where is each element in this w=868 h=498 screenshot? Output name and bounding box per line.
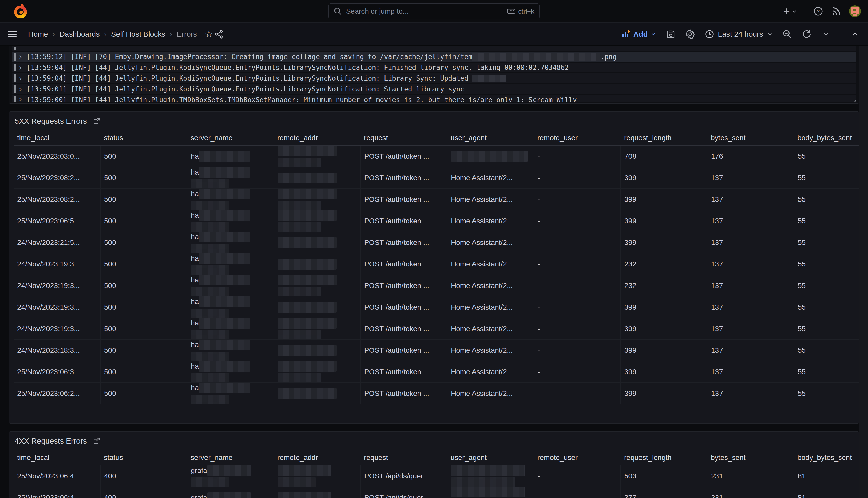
breadcrumb: Home › Dashboards › Self Host Blocks › E… (28, 30, 197, 39)
log-expand-chevron-icon[interactable]: › (18, 95, 23, 102)
column-header-remote_user[interactable]: remote_user (534, 454, 621, 462)
cell-status: 500 (100, 361, 187, 382)
table-row: 24/Nov/2023:21:5...500haPOST /auth/token… (14, 232, 859, 253)
share-button[interactable] (214, 28, 224, 40)
column-header-status[interactable]: status (100, 134, 187, 142)
redacted-blur (191, 265, 229, 275)
column-header-remote_addr[interactable]: remote_addr (274, 134, 361, 142)
cell-user_agent: Home Assistant/2... (447, 318, 534, 339)
redacted-blur (277, 287, 321, 297)
log-row[interactable] (12, 46, 856, 51)
table-4xx: time_localstatusserver_nameremote_addrre… (14, 450, 859, 498)
cell-remote_user: - (534, 340, 621, 361)
column-header-user_agent[interactable]: user_agent (447, 454, 534, 462)
log-rows: ›[13:59:12] [INF] [70] Emby.Drawing.Imag… (12, 46, 856, 102)
breadcrumb-self-host-blocks[interactable]: Self Host Blocks (111, 30, 165, 39)
redacted-blur (199, 232, 250, 242)
log-row[interactable]: ›[13:59:12] [INF] [70] Emby.Drawing.Imag… (12, 52, 856, 62)
panel-title[interactable]: 5XX Requests Errors (15, 117, 87, 126)
column-header-user_agent[interactable]: user_agent (447, 134, 534, 142)
column-header-request[interactable]: request (361, 134, 447, 142)
log-expand-chevron-icon[interactable]: › (18, 63, 23, 72)
redacted-blur (277, 373, 321, 383)
column-header-remote_addr[interactable]: remote_addr (274, 454, 361, 462)
cell-remote_addr (274, 253, 361, 275)
redacted-blur (277, 237, 337, 248)
log-level-bar (14, 85, 16, 93)
time-range-picker[interactable]: Last 24 hours (705, 29, 773, 39)
cell-server_name: ha (187, 361, 274, 382)
external-link-icon[interactable] (93, 437, 101, 445)
cell-request_length: 399 (621, 167, 707, 188)
panel-title[interactable]: 4XX Requests Errors (15, 437, 87, 445)
cell-request_length: 503 (621, 466, 707, 487)
grafana-logo-icon[interactable] (14, 4, 27, 19)
redacted-blur (207, 492, 251, 498)
panel-resize-handle[interactable] (851, 96, 857, 102)
cell-remote_user: - (534, 487, 621, 498)
cell-remote_user: - (534, 167, 621, 188)
new-button[interactable]: + (783, 5, 798, 17)
column-header-time_local[interactable]: time_local (14, 454, 100, 462)
redacted-blur (277, 172, 337, 183)
column-header-server_name[interactable]: server_name (187, 134, 274, 142)
logs-panel: ›[13:59:12] [INF] [70] Emby.Drawing.Imag… (9, 46, 859, 104)
external-link-icon[interactable] (93, 117, 101, 125)
cell-server_name: ha (187, 210, 274, 232)
menu-icon[interactable] (8, 29, 19, 39)
cell-user_agent (447, 487, 534, 498)
redacted-blur (451, 477, 515, 487)
redacted-blur (199, 253, 250, 264)
log-expand-chevron-icon[interactable]: › (18, 74, 23, 83)
search-placeholder: Search or jump to... (346, 7, 503, 15)
cell-time_local: 24/Nov/2023:19:3... (14, 297, 100, 318)
cell-remote_user: - (534, 383, 621, 404)
log-row[interactable]: ›[13:59:00] [INF] [44] Jellyfin.Plugin.T… (12, 95, 856, 102)
page-scrollbar[interactable] (859, 46, 868, 498)
dashboard-settings-button[interactable] (685, 28, 695, 40)
refresh-button[interactable] (802, 28, 812, 40)
add-panel-button[interactable]: Add (622, 29, 656, 39)
user-avatar[interactable] (849, 5, 861, 17)
zoom-out-button[interactable] (782, 28, 792, 40)
column-header-remote_user[interactable]: remote_user (534, 134, 621, 142)
news-button[interactable] (831, 5, 841, 17)
news-rss-icon (831, 6, 841, 16)
column-header-status[interactable]: status (100, 454, 187, 462)
cell-request: POST /auth/token ... (361, 383, 447, 404)
cell-server_name: ha (187, 275, 274, 296)
column-header-body_bytes_sent[interactable]: body_bytes_sent (794, 134, 859, 142)
cell-server_name: ha (187, 318, 274, 339)
cell-remote_addr (274, 318, 361, 339)
log-row[interactable]: ›[13:59:01] [INF] [44] Jellyfin.Plugin.K… (12, 84, 856, 94)
cell-time_local: 24/Nov/2023:18:3... (14, 340, 100, 361)
column-header-server_name[interactable]: server_name (187, 454, 274, 462)
column-header-request_length[interactable]: request_length (621, 454, 707, 462)
breadcrumb-home[interactable]: Home (28, 30, 48, 39)
cell-remote_user: - (534, 232, 621, 253)
log-expand-chevron-icon[interactable]: › (18, 53, 23, 61)
breadcrumb-separator: › (53, 30, 55, 38)
save-dashboard-button[interactable] (666, 28, 676, 40)
cell-body_bytes_sent: 55 (794, 318, 859, 339)
column-header-bytes_sent[interactable]: bytes_sent (707, 134, 794, 142)
help-button[interactable]: ? (813, 5, 823, 17)
column-header-body_bytes_sent[interactable]: body_bytes_sent (794, 454, 859, 462)
column-header-time_local[interactable]: time_local (14, 134, 100, 142)
redacted-blur (277, 275, 337, 286)
search-input[interactable]: Search or jump to... ctrl+k (328, 3, 540, 19)
breadcrumb-dashboards[interactable]: Dashboards (59, 30, 99, 39)
log-expand-chevron-icon[interactable]: › (18, 85, 23, 93)
favorite-button[interactable]: ☆ (204, 28, 214, 40)
log-row[interactable]: ›[13:59:04] [INF] [44] Jellyfin.Plugin.K… (12, 74, 856, 83)
kiosk-mode-button[interactable] (850, 28, 860, 40)
dashboard-toolbar: Home › Dashboards › Self Host Blocks › E… (0, 23, 868, 46)
refresh-interval-dropdown[interactable] (821, 28, 831, 40)
table-row: 25/Nov/2023:03:0...500haPOST /auth/token… (14, 146, 859, 167)
cell-remote_addr (274, 361, 361, 382)
log-row[interactable]: ›[13:59:04] [INF] [44] Jellyfin.Plugin.K… (12, 63, 856, 73)
column-header-request_length[interactable]: request_length (621, 134, 707, 142)
column-header-bytes_sent[interactable]: bytes_sent (707, 454, 794, 462)
column-header-request[interactable]: request (361, 454, 447, 462)
cell-request_length: 708 (621, 146, 707, 167)
